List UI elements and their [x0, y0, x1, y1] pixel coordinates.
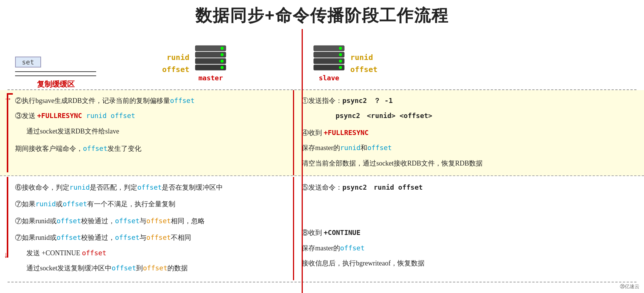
left-yellow-line1: ②执行bgsave生成RDB文件，记录当前的复制偏移量offset	[15, 93, 285, 108]
master-server-icon	[195, 45, 227, 73]
page-title: 数据同步+命令传播阶段工作流程	[195, 6, 449, 25]
slave-runid-offset: runid offset	[350, 53, 377, 74]
slave-group: slave runid offset	[313, 45, 377, 82]
left-partial-line7c-3: 通过socket发送复制缓冲区中offset到offset的数据	[15, 261, 285, 276]
right-partial-line8: ⑧收到 +CONTINUE	[302, 225, 621, 240]
yellow-section: → ②执行bgsave生成RDB文件，记录当前的复制偏移量offset ③发送 …	[0, 90, 644, 176]
right-yellow-line5: 清空当前全部数据，通过socket接收RDB文件，恢复RDB数据	[302, 156, 621, 171]
partial-bracket	[7, 177, 8, 258]
left-partial-line7b: ⑦如果runid或offset校验通过，offset与offset相同，忽略	[15, 213, 285, 229]
master-runid-offset: runid offset	[162, 53, 189, 74]
partial-bracket-line	[7, 177, 8, 258]
buffer-line-1	[15, 71, 96, 72]
arrow-indicator: →	[4, 94, 12, 104]
left-yellow-line2: ③发送 +FULLRESYNC runid offset	[15, 108, 285, 123]
master-label: master	[198, 74, 223, 82]
slave-server: slave	[313, 45, 345, 82]
header-section: set 复制缓缓区 runid offset	[0, 29, 644, 89]
right-yellow-line1: ①发送指令：psync2 ？ -1	[302, 93, 621, 108]
slave-runid-label: runid	[350, 53, 373, 62]
svg-point-11	[339, 53, 342, 56]
buffer-label: 复制缓缓区	[15, 79, 96, 89]
right-partial-line10: 接收信息后，执行bgrewriteaof，恢复数据	[302, 256, 621, 271]
svg-point-9	[339, 47, 342, 50]
left-partial-line7c-2: 发送 +CONTINUE offset	[15, 245, 285, 261]
master-server: master	[195, 45, 227, 82]
right-yellow-line4: 保存master的runid和offset	[302, 140, 621, 155]
svg-point-3	[221, 53, 224, 56]
partial-arrow: ↓	[4, 250, 8, 260]
svg-point-7	[221, 66, 224, 69]
right-yellow-line2: psync2 <runid> <offset>	[302, 108, 621, 123]
svg-point-5	[221, 60, 224, 63]
left-partial-line7c: ⑦如果runid或offset校验通过，offset与offset不相同	[15, 230, 285, 245]
vertical-divider	[302, 29, 303, 293]
svg-point-15	[339, 66, 342, 69]
set-label: set	[15, 57, 41, 67]
slave-offset-label: offset	[350, 65, 377, 74]
master-offset-label: offset	[162, 65, 189, 74]
buffer-lines	[15, 71, 96, 76]
right-yellow-line3: ④收到 +FULLRESYNC	[302, 125, 621, 140]
svg-point-1	[221, 47, 224, 50]
left-partial-line6: ⑥接收命令，判定runid是否匹配，判定offset是否在复制缓冲区中	[15, 180, 285, 195]
buffer-line-2	[15, 75, 96, 76]
right-partial-line9: 保存master的offset	[302, 241, 621, 256]
left-yellow-line3: 通过socket发送RDB文件给slave	[15, 124, 285, 139]
bottom-dashed-line	[8, 282, 636, 282]
right-partial-content: ⑤发送命令：psync2 runid offset ⑧收到 +CONTINUE …	[294, 177, 644, 280]
master-runid-label: runid	[167, 53, 189, 62]
slave-server-icon	[313, 45, 345, 73]
right-yellow-content: ①发送指令：psync2 ？ -1 psync2 <runid> <offset…	[294, 90, 644, 175]
partial-section: ↓ ⑥接收命令，判定runid是否匹配，判定offset是否在复制缓冲区中 ⑦如…	[0, 177, 644, 280]
master-group: runid offset master	[162, 45, 227, 82]
svg-point-13	[339, 60, 342, 63]
slave-label: slave	[319, 74, 339, 82]
left-yellow-line4: 期间接收客户端命令，offset发生了变化	[15, 141, 285, 156]
left-partial-line7a: ⑦如果runid或offset有一个不满足，执行全量复制	[15, 196, 285, 212]
right-partial-line5: ⑤发送命令：psync2 runid offset	[302, 180, 621, 195]
spacer	[302, 195, 621, 225]
page-wrapper: 数据同步+命令传播阶段工作流程 set 复制缓缓区 runid offset	[0, 0, 644, 293]
left-yellow-content: ②执行bgsave生成RDB文件，记录当前的复制偏移量offset ③发送 +F…	[0, 90, 294, 175]
watermark: ⑳亿速云	[620, 283, 639, 290]
left-header-left: set 复制缓缓区	[11, 57, 155, 89]
bracket-line	[7, 93, 8, 172]
left-partial-content: ⑥接收命令，判定runid是否匹配，判定offset是否在复制缓冲区中 ⑦如果r…	[0, 177, 294, 280]
title-area: 数据同步+命令传播阶段工作流程	[0, 0, 644, 29]
